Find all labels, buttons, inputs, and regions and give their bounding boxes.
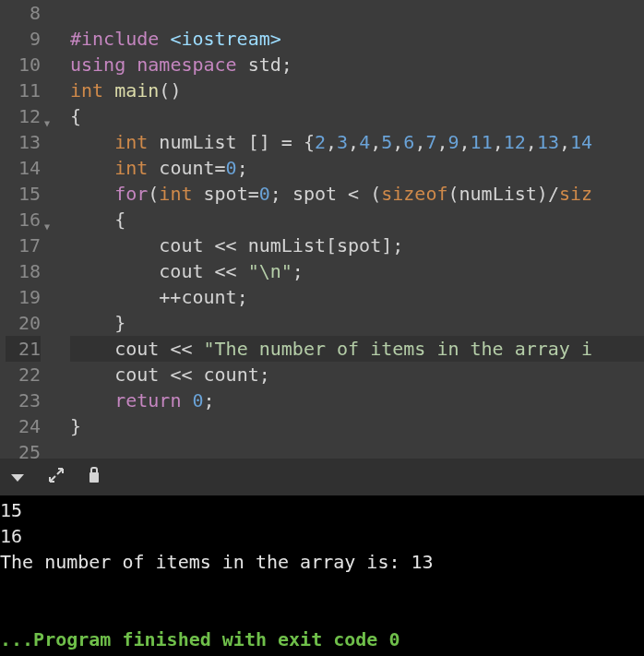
line-number-gutter: 89101112▼13141516▼171819202122232425 xyxy=(0,0,54,459)
console-line: 15 xyxy=(0,497,644,523)
line-number: 25 xyxy=(6,439,41,459)
code-line[interactable] xyxy=(70,439,644,459)
code-line[interactable]: int count=0; xyxy=(70,155,644,181)
line-number: 10 xyxy=(6,52,41,78)
collapse-icon[interactable] xyxy=(9,466,26,488)
line-number: 18 xyxy=(6,258,41,284)
line-number: 20 xyxy=(6,310,41,336)
console-toolbar xyxy=(0,459,644,495)
code-line[interactable]: return 0; xyxy=(70,388,644,413)
code-area[interactable]: #include <iostream>using namespace std;i… xyxy=(54,0,644,459)
line-number: 9 xyxy=(6,26,41,52)
line-number: 13 xyxy=(6,129,41,155)
code-line[interactable]: cout << numList[spot]; xyxy=(70,233,644,258)
code-line[interactable]: cout << "The number of items in the arra… xyxy=(70,336,644,362)
code-line[interactable]: } xyxy=(70,413,644,439)
console-exit-line: ...Program finished with exit code 0 xyxy=(0,626,644,652)
line-number: 21 xyxy=(6,336,41,362)
console-output[interactable]: 1516The number of items in the array is:… xyxy=(0,495,644,656)
svg-marker-0 xyxy=(11,474,24,482)
line-number: 11 xyxy=(6,78,41,103)
code-line[interactable]: using namespace std; xyxy=(70,52,644,78)
line-number: 16▼ xyxy=(6,207,41,233)
code-line[interactable] xyxy=(70,0,644,26)
code-line[interactable]: int main() xyxy=(70,78,644,103)
line-number: 14 xyxy=(6,155,41,181)
line-number: 12▼ xyxy=(6,103,41,129)
code-line[interactable]: cout << count; xyxy=(70,362,644,388)
line-number: 17 xyxy=(6,233,41,258)
code-line[interactable]: cout << "\n"; xyxy=(70,258,644,284)
line-number: 23 xyxy=(6,388,41,413)
fold-icon[interactable]: ▼ xyxy=(44,214,50,240)
line-number: 8 xyxy=(6,0,41,26)
code-line[interactable]: { xyxy=(70,103,644,129)
console-prompt-line: Press ENTER to exit console. xyxy=(0,652,644,656)
line-number: 19 xyxy=(6,284,41,310)
svg-rect-1 xyxy=(89,472,99,483)
console-line xyxy=(0,575,644,601)
code-line[interactable]: { xyxy=(70,207,644,233)
console-line xyxy=(0,601,644,626)
line-number: 24 xyxy=(6,413,41,439)
code-line[interactable]: int numList [] = {2,3,4,5,6,7,9,11,12,13… xyxy=(70,129,644,155)
fold-icon[interactable]: ▼ xyxy=(44,111,50,137)
console-line: 16 xyxy=(0,523,644,549)
code-line[interactable]: } xyxy=(70,310,644,336)
line-number: 15 xyxy=(6,181,41,207)
line-number: 22 xyxy=(6,362,41,388)
code-line[interactable]: ++count; xyxy=(70,284,644,310)
code-editor[interactable]: 89101112▼13141516▼171819202122232425 #in… xyxy=(0,0,644,459)
code-line[interactable]: #include <iostream> xyxy=(70,26,644,52)
copy-icon[interactable] xyxy=(87,466,101,488)
expand-icon[interactable] xyxy=(48,466,65,488)
console-line: The number of items in the array is: 13 xyxy=(0,549,644,575)
code-line[interactable]: for(int spot=0; spot < (sizeof(numList)/… xyxy=(70,181,644,207)
